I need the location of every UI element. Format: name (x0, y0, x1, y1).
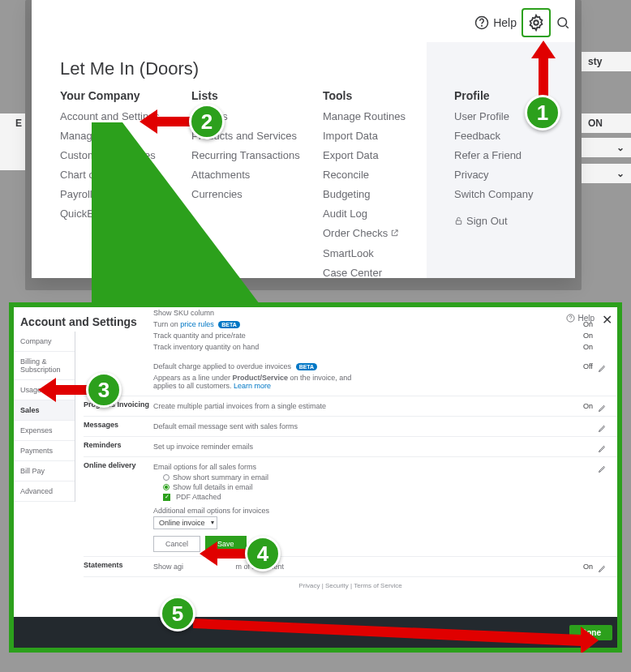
label-statements: Statements (84, 561, 153, 572)
menu-import-data[interactable]: Import Data (323, 130, 454, 142)
settings-panel-wrapper: Account and Settings Help ✕ Company Bill… (9, 302, 622, 653)
label-online-delivery: Online delivery (84, 461, 153, 552)
footer-links-inline: Privacy | Security | Terms of Service (84, 577, 617, 594)
checkbox-checked-icon: ✓ (163, 494, 170, 501)
online-invoice-dropdown[interactable]: Online invoice (153, 516, 217, 529)
sidebar-expenses[interactable]: Expenses (14, 421, 75, 441)
svg-point-1 (482, 25, 483, 26)
edit-online-delivery[interactable] (598, 464, 607, 475)
settings-sidebar: Company Billing & Subscription Usage Sal… (14, 332, 75, 502)
sidebar-payments[interactable]: Payments (14, 441, 75, 461)
edit-reminders[interactable] (598, 443, 607, 455)
svg-rect-7 (539, 57, 548, 96)
lock-icon (454, 216, 463, 228)
radio-full-details[interactable]: Show full details in email (153, 482, 607, 492)
help-label: Help (493, 16, 517, 29)
sidebar-billpay[interactable]: Bill Pay (14, 461, 75, 482)
menu-case-center[interactable]: Case Center (323, 267, 454, 279)
menu-refer-friend[interactable]: Refer a Friend (454, 149, 568, 161)
menu-sign-out[interactable]: Sign Out (454, 215, 568, 228)
learn-more-link[interactable]: Learn more (234, 382, 271, 390)
pencil-icon (598, 423, 607, 433)
menu-smartlook[interactable]: SmartLook (323, 247, 454, 259)
callout-arrow-2 (140, 109, 191, 134)
callout-arrow-4 (200, 541, 248, 566)
settings-panel: Account and Settings Help ✕ Company Bill… (14, 307, 617, 648)
col-title-tools: Tools (323, 89, 454, 102)
pencil-icon (598, 464, 607, 473)
edit-statements[interactable] (598, 563, 607, 575)
radio-short-summary[interactable]: Show short summary in email (153, 473, 607, 482)
beta-badge: BETA (218, 321, 240, 328)
menu-budgeting[interactable]: Budgeting (323, 188, 454, 200)
settings-content: Show SKU column Turn on price rules BETA… (84, 307, 617, 617)
radio-icon-checked (163, 484, 170, 490)
help-icon (474, 15, 489, 30)
col-title-lists: Lists (191, 89, 323, 102)
callout-badge-4: 4 (245, 536, 281, 571)
callout-badge-5: 5 (160, 596, 195, 631)
pencil-icon (598, 363, 607, 373)
callout-connector (92, 122, 262, 309)
background-right-strip-2: ON (582, 113, 631, 133)
background-left-strip: E (0, 113, 25, 170)
gear-button[interactable] (522, 8, 551, 37)
sidebar-sales[interactable]: Sales (14, 400, 75, 421)
checkbox-pdf-attached[interactable]: ✓PDF Attached (153, 492, 607, 502)
svg-marker-15 (193, 618, 599, 653)
edit-messages[interactable] (598, 423, 607, 434)
sidebar-company[interactable]: Company (14, 332, 75, 352)
callout-badge-2: 2 (189, 104, 225, 139)
menu-export-data[interactable]: Export Data (323, 149, 454, 161)
menu-manage-routines[interactable]: Manage Routines (323, 110, 454, 122)
svg-rect-4 (456, 220, 461, 225)
svg-rect-9 (156, 117, 191, 126)
menu-audit-log[interactable]: Audit Log (323, 208, 454, 220)
opt-sku: Show SKU column (153, 309, 583, 317)
pencil-icon (598, 563, 607, 573)
svg-marker-12 (38, 378, 56, 402)
svg-marker-5 (92, 122, 262, 307)
svg-marker-14 (200, 541, 217, 566)
callout-badge-1: 1 (525, 95, 560, 131)
callout-arrow-5 (193, 604, 599, 653)
svg-point-2 (534, 20, 539, 25)
menu-privacy[interactable]: Privacy (454, 169, 568, 181)
edit-progress[interactable] (598, 403, 607, 414)
background-right-strip-chev1: ⌄ (582, 138, 631, 157)
pencil-icon (598, 403, 607, 413)
background-right-strip-1: sty (582, 52, 631, 71)
svg-rect-11 (54, 385, 88, 395)
svg-point-3 (558, 18, 567, 27)
callout-badge-3: 3 (86, 372, 122, 408)
beta-badge: BETA (296, 363, 318, 370)
cancel-button[interactable]: Cancel (153, 536, 200, 552)
svg-marker-10 (140, 109, 157, 134)
label-messages: Messages (84, 421, 153, 432)
edit-late-fees[interactable] (598, 363, 607, 375)
help-button[interactable]: Help (474, 15, 517, 30)
col-title-your-company: Your Company (60, 89, 191, 102)
radio-icon (163, 474, 170, 481)
label-reminders: Reminders (84, 441, 153, 452)
callout-arrow-3 (38, 378, 88, 402)
menu-switch-company[interactable]: Switch Company (454, 188, 568, 200)
search-icon-partial[interactable] (556, 15, 570, 30)
menu-feedback[interactable]: Feedback (454, 130, 568, 142)
background-right-strip-chev2: ⌄ (582, 164, 631, 183)
external-link-icon (390, 228, 399, 240)
col-tools: Tools Manage Routines Import Data Export… (323, 89, 454, 286)
pencil-icon (598, 443, 607, 453)
menu-order-checks[interactable]: Order Checks (323, 227, 454, 240)
company-title: Let Me In (Doors) (60, 58, 199, 79)
gear-icon (527, 14, 545, 32)
sidebar-billing[interactable]: Billing & Subscription (14, 352, 75, 380)
callout-arrow-1 (531, 41, 556, 96)
menu-reconcile[interactable]: Reconcile (323, 169, 454, 181)
sidebar-advanced[interactable]: Advanced (14, 482, 75, 502)
svg-marker-8 (531, 41, 556, 58)
svg-rect-13 (216, 549, 248, 559)
price-rules-link[interactable]: price rules (180, 320, 214, 328)
